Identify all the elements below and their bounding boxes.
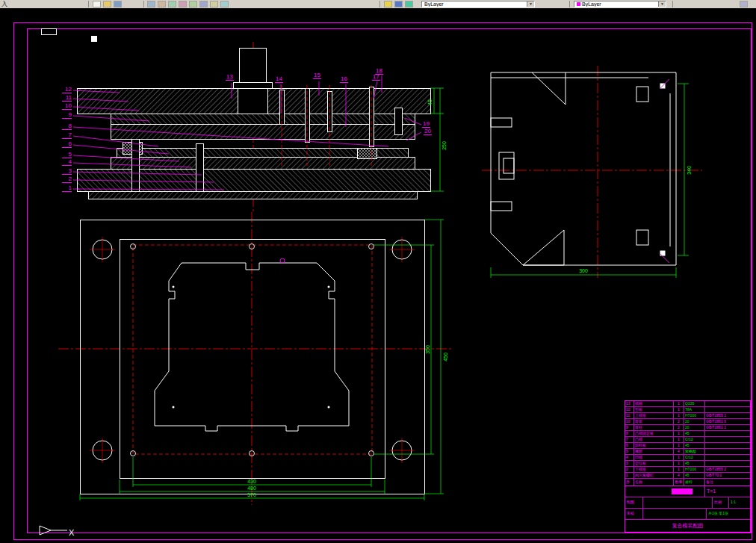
parts-list-row: 1 内六角螺钉 4 45 GB/T70.1: [625, 473, 750, 479]
part-material: Q235: [684, 401, 705, 406]
parts-list-row: 7 凸模 1 Cr12: [625, 437, 750, 443]
toolbar-separator: [379, 1, 380, 7]
chevron-down-icon[interactable]: ▼: [658, 1, 666, 7]
part-material: 45: [684, 473, 705, 478]
label-scale: 比例: [713, 497, 729, 508]
col-no: 序号: [625, 479, 634, 485]
parts-list-row: 11 上模座 1 HT200 GB/T2855.1: [625, 413, 750, 419]
parts-list-row: 6 卸料板 1 45: [625, 443, 750, 449]
part-no: 4: [625, 455, 634, 460]
side-dimensions: [491, 84, 689, 278]
part-qty: 2: [674, 419, 684, 424]
part-material: Cr12: [684, 437, 705, 442]
parts-list-row: 12 垫板 1 T8A: [625, 407, 750, 413]
part-name: 上模座: [634, 413, 674, 418]
rotate-icon[interactable]: [210, 1, 218, 7]
part-name: 凸模: [634, 437, 674, 442]
part-qty: 4: [674, 449, 684, 454]
part-standard: [705, 401, 750, 406]
part-standard: [705, 449, 750, 454]
callout-1: 1: [62, 185, 72, 192]
zoom-window-icon[interactable]: [384, 1, 392, 7]
title-block: 13 模柄 1 Q235 12 垫板 1 T8A 11 上模座 1 HT200: [625, 400, 751, 533]
callout-2: 2: [62, 176, 72, 183]
parts-list-row: 13 模柄 1 Q235: [625, 401, 750, 407]
parts-list-row: 3 定位板 1 45: [625, 461, 750, 467]
part-no: 8: [625, 431, 634, 436]
callout-12: 12: [62, 87, 72, 93]
col-remark: 备注: [705, 479, 750, 485]
part-no: 1: [625, 473, 634, 478]
dim-plan-right-inner: 350: [425, 345, 430, 354]
parts-list-rows: 13 模柄 1 Q235 12 垫板 1 T8A 11 上模座 1 HT200: [625, 401, 750, 479]
part-material: 45: [684, 443, 705, 448]
part-qty: 1: [674, 437, 684, 442]
part-material: HT200: [684, 413, 705, 418]
part-material: Cr12: [684, 455, 705, 460]
callout-9: 9: [62, 112, 72, 119]
dim-plan-right-outer: 450: [443, 353, 448, 362]
plot-icon[interactable]: [740, 1, 748, 7]
part-material: T8A: [684, 407, 705, 412]
part-qty: 1: [674, 443, 684, 448]
array-icon[interactable]: [189, 1, 197, 7]
color-combo[interactable]: ByLayer ▼: [574, 1, 666, 7]
dim-side-height: 340: [687, 166, 692, 175]
plan-view: 430 480 570 350 450: [58, 212, 451, 505]
part-no: 12: [625, 407, 634, 412]
trim-icon[interactable]: [220, 1, 229, 7]
dim-plate-thickness: 45: [427, 99, 433, 105]
mirror-icon[interactable]: [168, 1, 176, 7]
part-material: 聚氨酯: [684, 449, 705, 454]
part-standard: GB/T2861.6: [705, 419, 750, 424]
zoom-prev-icon[interactable]: [394, 1, 403, 7]
part-name: 模柄: [634, 401, 674, 406]
part-no: 5: [625, 449, 634, 454]
col-name: 名称: [634, 479, 674, 485]
callout-20: 20: [424, 128, 432, 135]
toolbar-separator: [143, 1, 144, 7]
part-name: 内六角螺钉: [634, 473, 674, 478]
pan-icon[interactable]: [405, 1, 413, 7]
offset-icon[interactable]: [179, 1, 187, 7]
ucs-icon: X: [40, 526, 75, 537]
part-name: 凹模: [634, 455, 674, 460]
callout-11: 11: [62, 95, 72, 102]
section-view: 45 250: [73, 42, 447, 211]
dim-side-width: 300: [579, 268, 588, 273]
save-icon[interactable]: [114, 1, 122, 7]
part-standard: [705, 443, 750, 448]
dim-plan-inner: 430: [247, 479, 256, 484]
new-icon[interactable]: [93, 1, 101, 7]
chevron-down-icon[interactable]: ▼: [527, 1, 534, 7]
callout-5: 5: [62, 152, 72, 158]
parts-list-row: 2 下模座 1 HT200 GB/T2855.2: [625, 467, 750, 473]
layer-combo[interactable]: ByLayer ▼: [421, 1, 535, 7]
part-name: 导柱: [634, 425, 674, 430]
callout-19: 19: [422, 121, 430, 128]
part-qty: 1: [674, 413, 684, 418]
callout-4: 4: [62, 159, 72, 166]
part-standard: GB/T2861.1: [705, 425, 750, 430]
move-icon[interactable]: [199, 1, 208, 7]
dim-plan-outer: 570: [247, 492, 256, 497]
part-standard: GB/T2855.2: [705, 467, 750, 472]
menu-fragment[interactable]: 入: [1, 1, 7, 7]
part-standard: [705, 437, 750, 442]
part-qty: 1: [674, 461, 684, 466]
erase-icon[interactable]: [147, 1, 155, 7]
copy-icon[interactable]: [158, 1, 166, 7]
open-icon[interactable]: [103, 1, 111, 7]
part-no: 6: [625, 443, 634, 448]
color-combo-value: ByLayer: [582, 1, 658, 7]
part-qty: 1: [674, 431, 684, 436]
part-qty: 4: [674, 473, 684, 478]
part-no: 2: [625, 467, 634, 472]
part-no: 7: [625, 437, 634, 442]
part-qty: 1: [674, 455, 684, 460]
callout-13: 13: [226, 74, 234, 81]
parts-list-row: 10 导套 2 20 GB/T2861.6: [625, 419, 750, 425]
scale-value: 1:1: [729, 497, 750, 508]
part-qty: 1: [674, 467, 684, 472]
col-material: 材料: [684, 479, 705, 485]
